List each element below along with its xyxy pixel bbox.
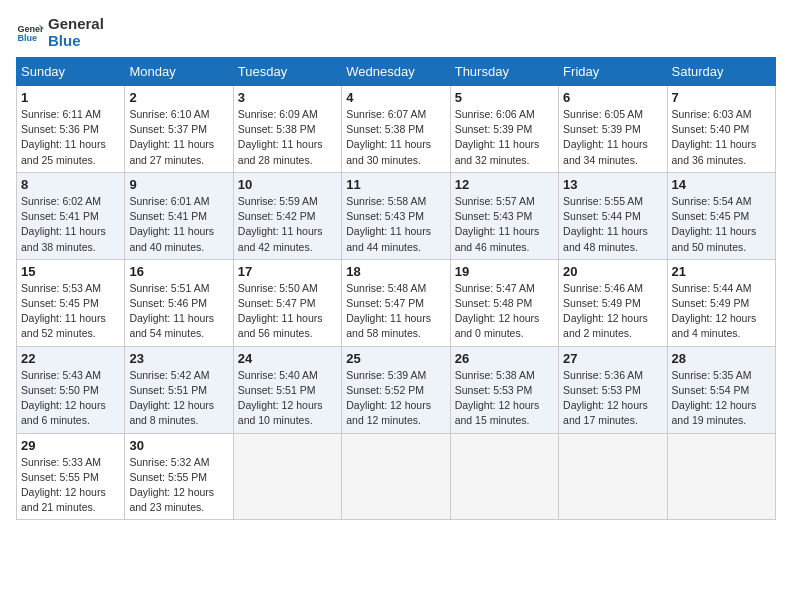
cell-info: Sunrise: 5:38 AMSunset: 5:53 PMDaylight:…: [455, 368, 554, 429]
cell-info: Sunrise: 5:48 AMSunset: 5:47 PMDaylight:…: [346, 281, 445, 342]
cell-info: Sunrise: 5:54 AMSunset: 5:45 PMDaylight:…: [672, 194, 771, 255]
cell-day-number: 21: [672, 264, 771, 279]
cell-info: Sunrise: 5:36 AMSunset: 5:53 PMDaylight:…: [563, 368, 662, 429]
cell-day-number: 20: [563, 264, 662, 279]
cell-info: Sunrise: 5:47 AMSunset: 5:48 PMDaylight:…: [455, 281, 554, 342]
cell-info: Sunrise: 5:35 AMSunset: 5:54 PMDaylight:…: [672, 368, 771, 429]
cell-info: Sunrise: 5:39 AMSunset: 5:52 PMDaylight:…: [346, 368, 445, 429]
cell-day-number: 10: [238, 177, 337, 192]
col-wednesday: Wednesday: [342, 58, 450, 86]
cell-info: Sunrise: 5:46 AMSunset: 5:49 PMDaylight:…: [563, 281, 662, 342]
table-row: 17Sunrise: 5:50 AMSunset: 5:47 PMDayligh…: [233, 259, 341, 346]
table-row: 27Sunrise: 5:36 AMSunset: 5:53 PMDayligh…: [559, 346, 667, 433]
table-row: 14Sunrise: 5:54 AMSunset: 5:45 PMDayligh…: [667, 172, 775, 259]
table-row: 2Sunrise: 6:10 AMSunset: 5:37 PMDaylight…: [125, 86, 233, 173]
cell-info: Sunrise: 5:51 AMSunset: 5:46 PMDaylight:…: [129, 281, 228, 342]
calendar-week-row: 8Sunrise: 6:02 AMSunset: 5:41 PMDaylight…: [17, 172, 776, 259]
cell-info: Sunrise: 6:10 AMSunset: 5:37 PMDaylight:…: [129, 107, 228, 168]
cell-info: Sunrise: 5:58 AMSunset: 5:43 PMDaylight:…: [346, 194, 445, 255]
table-row: 7Sunrise: 6:03 AMSunset: 5:40 PMDaylight…: [667, 86, 775, 173]
cell-info: Sunrise: 6:03 AMSunset: 5:40 PMDaylight:…: [672, 107, 771, 168]
cell-day-number: 4: [346, 90, 445, 105]
table-row: 8Sunrise: 6:02 AMSunset: 5:41 PMDaylight…: [17, 172, 125, 259]
col-sunday: Sunday: [17, 58, 125, 86]
calendar-week-row: 29Sunrise: 5:33 AMSunset: 5:55 PMDayligh…: [17, 433, 776, 520]
cell-info: Sunrise: 5:50 AMSunset: 5:47 PMDaylight:…: [238, 281, 337, 342]
cell-info: Sunrise: 5:33 AMSunset: 5:55 PMDaylight:…: [21, 455, 120, 516]
table-row: [559, 433, 667, 520]
calendar-week-row: 15Sunrise: 5:53 AMSunset: 5:45 PMDayligh…: [17, 259, 776, 346]
cell-day-number: 18: [346, 264, 445, 279]
cell-day-number: 9: [129, 177, 228, 192]
table-row: [667, 433, 775, 520]
cell-info: Sunrise: 5:57 AMSunset: 5:43 PMDaylight:…: [455, 194, 554, 255]
cell-day-number: 22: [21, 351, 120, 366]
cell-info: Sunrise: 6:05 AMSunset: 5:39 PMDaylight:…: [563, 107, 662, 168]
table-row: 29Sunrise: 5:33 AMSunset: 5:55 PMDayligh…: [17, 433, 125, 520]
calendar-week-row: 22Sunrise: 5:43 AMSunset: 5:50 PMDayligh…: [17, 346, 776, 433]
cell-day-number: 15: [21, 264, 120, 279]
svg-text:General: General: [17, 23, 44, 33]
table-row: 24Sunrise: 5:40 AMSunset: 5:51 PMDayligh…: [233, 346, 341, 433]
table-row: 9Sunrise: 6:01 AMSunset: 5:41 PMDaylight…: [125, 172, 233, 259]
table-row: [233, 433, 341, 520]
col-monday: Monday: [125, 58, 233, 86]
cell-info: Sunrise: 6:02 AMSunset: 5:41 PMDaylight:…: [21, 194, 120, 255]
page-header: General Blue General Blue: [16, 16, 776, 49]
col-tuesday: Tuesday: [233, 58, 341, 86]
table-row: [342, 433, 450, 520]
cell-day-number: 11: [346, 177, 445, 192]
table-row: 22Sunrise: 5:43 AMSunset: 5:50 PMDayligh…: [17, 346, 125, 433]
logo: General Blue General Blue: [16, 16, 104, 49]
calendar-table: Sunday Monday Tuesday Wednesday Thursday…: [16, 57, 776, 520]
table-row: 15Sunrise: 5:53 AMSunset: 5:45 PMDayligh…: [17, 259, 125, 346]
cell-day-number: 27: [563, 351, 662, 366]
cell-day-number: 25: [346, 351, 445, 366]
cell-day-number: 7: [672, 90, 771, 105]
cell-day-number: 14: [672, 177, 771, 192]
cell-info: Sunrise: 5:55 AMSunset: 5:44 PMDaylight:…: [563, 194, 662, 255]
cell-day-number: 30: [129, 438, 228, 453]
table-row: 23Sunrise: 5:42 AMSunset: 5:51 PMDayligh…: [125, 346, 233, 433]
table-row: 4Sunrise: 6:07 AMSunset: 5:38 PMDaylight…: [342, 86, 450, 173]
cell-day-number: 24: [238, 351, 337, 366]
cell-day-number: 5: [455, 90, 554, 105]
cell-day-number: 6: [563, 90, 662, 105]
cell-info: Sunrise: 6:07 AMSunset: 5:38 PMDaylight:…: [346, 107, 445, 168]
table-row: 21Sunrise: 5:44 AMSunset: 5:49 PMDayligh…: [667, 259, 775, 346]
cell-info: Sunrise: 6:01 AMSunset: 5:41 PMDaylight:…: [129, 194, 228, 255]
cell-info: Sunrise: 6:09 AMSunset: 5:38 PMDaylight:…: [238, 107, 337, 168]
logo-icon: General Blue: [16, 19, 44, 47]
cell-day-number: 29: [21, 438, 120, 453]
table-row: 16Sunrise: 5:51 AMSunset: 5:46 PMDayligh…: [125, 259, 233, 346]
cell-day-number: 13: [563, 177, 662, 192]
cell-info: Sunrise: 5:32 AMSunset: 5:55 PMDaylight:…: [129, 455, 228, 516]
table-row: 20Sunrise: 5:46 AMSunset: 5:49 PMDayligh…: [559, 259, 667, 346]
calendar-week-row: 1Sunrise: 6:11 AMSunset: 5:36 PMDaylight…: [17, 86, 776, 173]
cell-info: Sunrise: 5:40 AMSunset: 5:51 PMDaylight:…: [238, 368, 337, 429]
logo-blue: Blue: [48, 33, 104, 50]
table-row: 18Sunrise: 5:48 AMSunset: 5:47 PMDayligh…: [342, 259, 450, 346]
table-row: 10Sunrise: 5:59 AMSunset: 5:42 PMDayligh…: [233, 172, 341, 259]
table-row: 25Sunrise: 5:39 AMSunset: 5:52 PMDayligh…: [342, 346, 450, 433]
cell-day-number: 28: [672, 351, 771, 366]
cell-info: Sunrise: 6:06 AMSunset: 5:39 PMDaylight:…: [455, 107, 554, 168]
table-row: 12Sunrise: 5:57 AMSunset: 5:43 PMDayligh…: [450, 172, 558, 259]
cell-day-number: 12: [455, 177, 554, 192]
cell-day-number: 19: [455, 264, 554, 279]
table-row: [450, 433, 558, 520]
col-thursday: Thursday: [450, 58, 558, 86]
cell-info: Sunrise: 5:43 AMSunset: 5:50 PMDaylight:…: [21, 368, 120, 429]
cell-info: Sunrise: 5:42 AMSunset: 5:51 PMDaylight:…: [129, 368, 228, 429]
cell-day-number: 2: [129, 90, 228, 105]
logo-general: General: [48, 16, 104, 33]
cell-info: Sunrise: 6:11 AMSunset: 5:36 PMDaylight:…: [21, 107, 120, 168]
cell-day-number: 26: [455, 351, 554, 366]
col-saturday: Saturday: [667, 58, 775, 86]
cell-day-number: 8: [21, 177, 120, 192]
table-row: 6Sunrise: 6:05 AMSunset: 5:39 PMDaylight…: [559, 86, 667, 173]
table-row: 3Sunrise: 6:09 AMSunset: 5:38 PMDaylight…: [233, 86, 341, 173]
table-row: 19Sunrise: 5:47 AMSunset: 5:48 PMDayligh…: [450, 259, 558, 346]
cell-info: Sunrise: 5:44 AMSunset: 5:49 PMDaylight:…: [672, 281, 771, 342]
table-row: 1Sunrise: 6:11 AMSunset: 5:36 PMDaylight…: [17, 86, 125, 173]
